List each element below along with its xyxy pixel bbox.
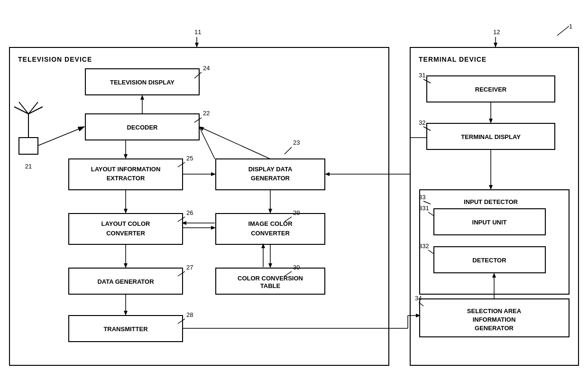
svg-text:33: 33 <box>419 194 425 201</box>
svg-text:TERMINAL DEVICE: TERMINAL DEVICE <box>419 56 487 63</box>
svg-text:GENERATOR: GENERATOR <box>251 175 290 182</box>
svg-text:28: 28 <box>186 311 193 318</box>
svg-text:DETECTOR: DETECTOR <box>472 257 506 264</box>
svg-text:DATA GENERATOR: DATA GENERATOR <box>97 278 154 285</box>
svg-text:21: 21 <box>25 163 32 170</box>
svg-text:26: 26 <box>186 209 193 216</box>
svg-text:GENERATOR: GENERATOR <box>475 325 514 332</box>
svg-text:LAYOUT INFORMATION: LAYOUT INFORMATION <box>91 166 161 173</box>
svg-text:332: 332 <box>419 242 429 250</box>
svg-text:DISPLAY DATA: DISPLAY DATA <box>248 166 293 173</box>
diagram-container: TELEVISION DEVICE TERMINAL DEVICE 1 11 1… <box>0 0 588 381</box>
svg-text:IMAGE COLOR: IMAGE COLOR <box>248 220 293 227</box>
svg-rect-84 <box>19 138 38 154</box>
svg-text:TELEVISION DEVICE: TELEVISION DEVICE <box>18 56 92 63</box>
svg-text:34: 34 <box>415 295 422 302</box>
svg-text:31: 31 <box>419 72 425 79</box>
svg-marker-9 <box>195 43 199 47</box>
svg-text:LAYOUT COLOR: LAYOUT COLOR <box>101 220 150 227</box>
svg-text:24: 24 <box>203 65 210 72</box>
svg-text:TELEVISION DISPLAY: TELEVISION DISPLAY <box>110 79 175 86</box>
svg-text:30: 30 <box>293 264 300 271</box>
svg-text:CONVERTER: CONVERTER <box>106 230 145 237</box>
svg-text:32: 32 <box>419 119 425 126</box>
svg-text:27: 27 <box>186 264 193 271</box>
svg-text:SELECTION AREA: SELECTION AREA <box>467 307 522 315</box>
svg-text:EXTRACTOR: EXTRACTOR <box>107 175 145 182</box>
svg-rect-36 <box>216 214 325 244</box>
svg-text:TABLE: TABLE <box>260 282 281 289</box>
svg-text:INPUT UNIT: INPUT UNIT <box>472 219 507 226</box>
svg-text:331: 331 <box>419 204 429 212</box>
svg-text:DECODER: DECODER <box>127 124 158 131</box>
svg-text:RECEIVER: RECEIVER <box>475 86 507 93</box>
svg-text:1: 1 <box>569 23 572 30</box>
diagram-svg: TELEVISION DEVICE TERMINAL DEVICE 1 11 1… <box>0 0 588 381</box>
svg-text:INPUT DETECTOR: INPUT DETECTOR <box>464 198 518 205</box>
svg-text:29: 29 <box>293 209 300 216</box>
svg-text:25: 25 <box>186 155 193 162</box>
svg-rect-31 <box>69 214 183 244</box>
svg-text:22: 22 <box>203 110 210 117</box>
svg-line-6 <box>557 26 569 36</box>
svg-marker-12 <box>494 43 497 47</box>
svg-text:COLOR CONVERSION: COLOR CONVERSION <box>238 275 303 282</box>
svg-text:TRANSMITTER: TRANSMITTER <box>103 325 148 333</box>
svg-text:23: 23 <box>293 139 300 146</box>
svg-text:INFORMATION: INFORMATION <box>473 316 516 323</box>
svg-text:CONVERTER: CONVERTER <box>251 230 290 237</box>
svg-text:11: 11 <box>194 28 201 36</box>
svg-text:TERMINAL DISPLAY: TERMINAL DISPLAY <box>461 133 521 140</box>
svg-text:12: 12 <box>493 28 500 36</box>
